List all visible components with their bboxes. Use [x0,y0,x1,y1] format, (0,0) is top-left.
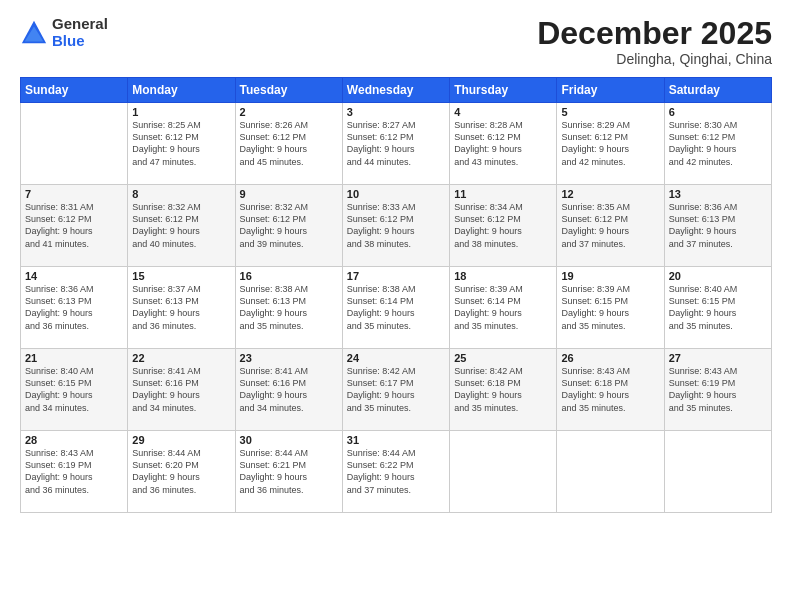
day-info: Sunrise: 8:41 AMSunset: 6:16 PMDaylight:… [240,365,338,414]
day-number: 23 [240,352,338,364]
day-info: Sunrise: 8:44 AMSunset: 6:22 PMDaylight:… [347,447,445,496]
day-info: Sunrise: 8:44 AMSunset: 6:20 PMDaylight:… [132,447,230,496]
day-info: Sunrise: 8:44 AMSunset: 6:21 PMDaylight:… [240,447,338,496]
day-number: 3 [347,106,445,118]
day-info: Sunrise: 8:36 AMSunset: 6:13 PMDaylight:… [25,283,123,332]
table-row: 27Sunrise: 8:43 AMSunset: 6:19 PMDayligh… [664,349,771,431]
table-row: 24Sunrise: 8:42 AMSunset: 6:17 PMDayligh… [342,349,449,431]
header-saturday: Saturday [664,78,771,103]
day-number: 28 [25,434,123,446]
header-wednesday: Wednesday [342,78,449,103]
table-row: 3Sunrise: 8:27 AMSunset: 6:12 PMDaylight… [342,103,449,185]
day-number: 19 [561,270,659,282]
table-row: 14Sunrise: 8:36 AMSunset: 6:13 PMDayligh… [21,267,128,349]
day-number: 10 [347,188,445,200]
day-info: Sunrise: 8:27 AMSunset: 6:12 PMDaylight:… [347,119,445,168]
day-number: 26 [561,352,659,364]
header-tuesday: Tuesday [235,78,342,103]
weekday-header-row: Sunday Monday Tuesday Wednesday Thursday… [21,78,772,103]
day-info: Sunrise: 8:42 AMSunset: 6:17 PMDaylight:… [347,365,445,414]
table-row: 26Sunrise: 8:43 AMSunset: 6:18 PMDayligh… [557,349,664,431]
calendar-week-row: 21Sunrise: 8:40 AMSunset: 6:15 PMDayligh… [21,349,772,431]
table-row: 4Sunrise: 8:28 AMSunset: 6:12 PMDaylight… [450,103,557,185]
day-info: Sunrise: 8:26 AMSunset: 6:12 PMDaylight:… [240,119,338,168]
day-info: Sunrise: 8:25 AMSunset: 6:12 PMDaylight:… [132,119,230,168]
day-number: 2 [240,106,338,118]
day-info: Sunrise: 8:39 AMSunset: 6:14 PMDaylight:… [454,283,552,332]
day-number: 18 [454,270,552,282]
day-number: 11 [454,188,552,200]
day-info: Sunrise: 8:30 AMSunset: 6:12 PMDaylight:… [669,119,767,168]
day-number: 22 [132,352,230,364]
table-row: 29Sunrise: 8:44 AMSunset: 6:20 PMDayligh… [128,431,235,513]
day-number: 27 [669,352,767,364]
table-row: 11Sunrise: 8:34 AMSunset: 6:12 PMDayligh… [450,185,557,267]
day-number: 16 [240,270,338,282]
table-row: 23Sunrise: 8:41 AMSunset: 6:16 PMDayligh… [235,349,342,431]
day-number: 25 [454,352,552,364]
table-row: 16Sunrise: 8:38 AMSunset: 6:13 PMDayligh… [235,267,342,349]
day-info: Sunrise: 8:37 AMSunset: 6:13 PMDaylight:… [132,283,230,332]
table-row: 2Sunrise: 8:26 AMSunset: 6:12 PMDaylight… [235,103,342,185]
table-row: 20Sunrise: 8:40 AMSunset: 6:15 PMDayligh… [664,267,771,349]
table-row: 10Sunrise: 8:33 AMSunset: 6:12 PMDayligh… [342,185,449,267]
day-info: Sunrise: 8:41 AMSunset: 6:16 PMDaylight:… [132,365,230,414]
day-number: 24 [347,352,445,364]
day-number: 31 [347,434,445,446]
table-row: 6Sunrise: 8:30 AMSunset: 6:12 PMDaylight… [664,103,771,185]
day-number: 6 [669,106,767,118]
table-row: 9Sunrise: 8:32 AMSunset: 6:12 PMDaylight… [235,185,342,267]
table-row [557,431,664,513]
day-info: Sunrise: 8:28 AMSunset: 6:12 PMDaylight:… [454,119,552,168]
header-thursday: Thursday [450,78,557,103]
day-number: 5 [561,106,659,118]
logo-general-text: General [52,16,108,33]
day-info: Sunrise: 8:39 AMSunset: 6:15 PMDaylight:… [561,283,659,332]
header-sunday: Sunday [21,78,128,103]
day-info: Sunrise: 8:34 AMSunset: 6:12 PMDaylight:… [454,201,552,250]
table-row: 5Sunrise: 8:29 AMSunset: 6:12 PMDaylight… [557,103,664,185]
day-info: Sunrise: 8:40 AMSunset: 6:15 PMDaylight:… [25,365,123,414]
table-row: 8Sunrise: 8:32 AMSunset: 6:12 PMDaylight… [128,185,235,267]
header: General Blue December 2025 Delingha, Qin… [20,16,772,67]
logo-text: General Blue [52,16,108,49]
calendar-week-row: 28Sunrise: 8:43 AMSunset: 6:19 PMDayligh… [21,431,772,513]
day-info: Sunrise: 8:38 AMSunset: 6:13 PMDaylight:… [240,283,338,332]
day-info: Sunrise: 8:32 AMSunset: 6:12 PMDaylight:… [132,201,230,250]
day-number: 7 [25,188,123,200]
day-info: Sunrise: 8:42 AMSunset: 6:18 PMDaylight:… [454,365,552,414]
day-info: Sunrise: 8:36 AMSunset: 6:13 PMDaylight:… [669,201,767,250]
day-info: Sunrise: 8:43 AMSunset: 6:19 PMDaylight:… [25,447,123,496]
calendar-week-row: 14Sunrise: 8:36 AMSunset: 6:13 PMDayligh… [21,267,772,349]
table-row: 28Sunrise: 8:43 AMSunset: 6:19 PMDayligh… [21,431,128,513]
table-row: 7Sunrise: 8:31 AMSunset: 6:12 PMDaylight… [21,185,128,267]
table-row: 15Sunrise: 8:37 AMSunset: 6:13 PMDayligh… [128,267,235,349]
table-row: 30Sunrise: 8:44 AMSunset: 6:21 PMDayligh… [235,431,342,513]
location-subtitle: Delingha, Qinghai, China [537,51,772,67]
day-info: Sunrise: 8:31 AMSunset: 6:12 PMDaylight:… [25,201,123,250]
table-row: 19Sunrise: 8:39 AMSunset: 6:15 PMDayligh… [557,267,664,349]
day-info: Sunrise: 8:38 AMSunset: 6:14 PMDaylight:… [347,283,445,332]
day-number: 8 [132,188,230,200]
table-row: 17Sunrise: 8:38 AMSunset: 6:14 PMDayligh… [342,267,449,349]
calendar-week-row: 1Sunrise: 8:25 AMSunset: 6:12 PMDaylight… [21,103,772,185]
title-block: December 2025 Delingha, Qinghai, China [537,16,772,67]
day-number: 17 [347,270,445,282]
day-info: Sunrise: 8:40 AMSunset: 6:15 PMDaylight:… [669,283,767,332]
table-row: 1Sunrise: 8:25 AMSunset: 6:12 PMDaylight… [128,103,235,185]
header-friday: Friday [557,78,664,103]
month-title: December 2025 [537,16,772,51]
day-info: Sunrise: 8:29 AMSunset: 6:12 PMDaylight:… [561,119,659,168]
table-row: 18Sunrise: 8:39 AMSunset: 6:14 PMDayligh… [450,267,557,349]
table-row [664,431,771,513]
logo-icon [20,19,48,47]
day-number: 13 [669,188,767,200]
table-row: 21Sunrise: 8:40 AMSunset: 6:15 PMDayligh… [21,349,128,431]
logo: General Blue [20,16,108,49]
page: General Blue December 2025 Delingha, Qin… [0,0,792,612]
day-info: Sunrise: 8:32 AMSunset: 6:12 PMDaylight:… [240,201,338,250]
day-number: 21 [25,352,123,364]
day-info: Sunrise: 8:43 AMSunset: 6:19 PMDaylight:… [669,365,767,414]
table-row: 31Sunrise: 8:44 AMSunset: 6:22 PMDayligh… [342,431,449,513]
day-number: 20 [669,270,767,282]
